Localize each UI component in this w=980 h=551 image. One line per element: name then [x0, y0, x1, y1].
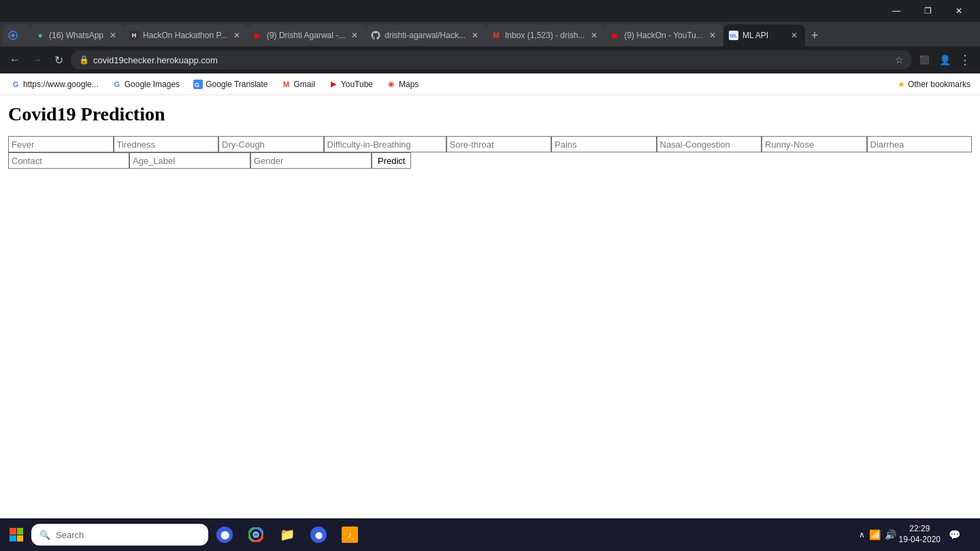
- tab-whatsapp-label: (16) WhatsApp: [49, 31, 103, 40]
- bookmarks-right: ★ Other bookmarks: [894, 77, 975, 92]
- tab-hackathon1[interactable]: H HackOn Hackathon P... ✕: [124, 24, 248, 46]
- win-quad-2: [17, 528, 24, 535]
- svg-text:G: G: [195, 82, 199, 88]
- tab-gmail-favicon: M: [491, 31, 501, 40]
- windows-icon: [10, 528, 23, 541]
- bookmark-google[interactable]: G https://www.google...: [5, 77, 104, 92]
- taskbar-cortana[interactable]: ⬤: [210, 521, 240, 548]
- pains-input[interactable]: [551, 136, 657, 152]
- taskbar-search-placeholder: Search: [56, 530, 84, 540]
- tab-whatsapp-close[interactable]: ✕: [108, 30, 118, 41]
- taskbar: 🔍 Search ⬤ 📁: [0, 518, 980, 551]
- tab-hackathon1-label: HackOn Hackathon P...: [143, 31, 227, 40]
- taskbar-chrome[interactable]: [241, 521, 271, 548]
- tab-github-label: drishti-agarwal/Hack...: [385, 31, 466, 40]
- close-button[interactable]: ✕: [943, 0, 975, 22]
- diarrhea-input[interactable]: [867, 136, 973, 152]
- other-bookmarks[interactable]: ★ Other bookmarks: [894, 77, 975, 92]
- bookmark-translate-favicon: G: [193, 80, 203, 89]
- tab-drishti[interactable]: ▶ (9) Drishti Agarwal -... ✕: [248, 24, 365, 46]
- tab-drishti-close[interactable]: ✕: [349, 30, 360, 41]
- bookmark-translate[interactable]: G Google Translate: [188, 77, 273, 92]
- clock-time: 22:29: [909, 524, 930, 535]
- predict-button[interactable]: Predict: [372, 152, 411, 169]
- taskbar-files[interactable]: 📁: [272, 521, 302, 548]
- menu-button[interactable]: ⋮: [956, 50, 975, 69]
- notification-button[interactable]: 💬: [943, 524, 965, 546]
- back-button[interactable]: ←: [5, 50, 24, 69]
- bookmark-translate-label: Google Translate: [206, 80, 267, 89]
- bookmark-images-favicon: G: [112, 80, 122, 89]
- forward-button[interactable]: →: [27, 50, 46, 69]
- tab-hackathon-youtube-close[interactable]: ✕: [707, 30, 718, 41]
- new-tab-button[interactable]: +: [805, 26, 824, 45]
- network-icon[interactable]: 📶: [869, 529, 881, 540]
- tab-whatsapp[interactable]: ● (16) WhatsApp ✕: [30, 24, 124, 46]
- maximize-button[interactable]: ❐: [912, 0, 943, 22]
- form-row-2: Predict: [8, 152, 972, 169]
- form-row-1: [8, 136, 972, 152]
- nasal-congestion-input[interactable]: [657, 136, 762, 152]
- lock-icon: 🔒: [79, 55, 89, 65]
- page-content: Covid19 Prediction Predict: [0, 95, 980, 518]
- tab-whatsapp-favicon: ●: [35, 31, 45, 40]
- bookmark-youtube-label: YouTube: [341, 80, 373, 89]
- bookmark-maps[interactable]: ◉ Maps: [381, 77, 424, 92]
- tab-mlapi-label: ML API: [742, 31, 785, 40]
- bookmark-youtube[interactable]: ▶ YouTube: [323, 77, 378, 92]
- bookmark-google-favicon: G: [11, 80, 20, 89]
- tab-github-close[interactable]: ✕: [470, 30, 480, 41]
- bookmark-gmail[interactable]: M Gmail: [276, 77, 321, 92]
- show-hidden-icons-button[interactable]: ∧: [859, 530, 865, 539]
- other-bookmarks-label: Other bookmarks: [908, 80, 970, 89]
- show-desktop-button[interactable]: [968, 518, 972, 551]
- tab-chrome[interactable]: [3, 24, 30, 46]
- tab-mlapi-close[interactable]: ✕: [789, 30, 800, 41]
- nav-bar: ← → ↻ 🔒 covid19checker.herokuapp.com ☆ ⬛…: [0, 46, 980, 73]
- age-label-input[interactable]: [129, 152, 250, 169]
- clock[interactable]: 22:29 19-04-2020: [899, 524, 941, 545]
- tab-github[interactable]: drishti-agarwal/Hack... ✕: [365, 24, 486, 46]
- tab-github-favicon: [371, 31, 380, 40]
- profile-button[interactable]: 👤: [935, 50, 954, 69]
- reload-button[interactable]: ↻: [49, 50, 68, 69]
- tab-chrome-favicon: [8, 31, 18, 40]
- files-icon: 📁: [279, 527, 295, 543]
- fever-input[interactable]: [8, 136, 114, 152]
- dry-cough-input[interactable]: [218, 136, 324, 152]
- bookmark-google-label: https://www.google...: [23, 80, 99, 89]
- win-quad-3: [10, 535, 16, 542]
- tab-mlapi-favicon: ML: [729, 31, 738, 40]
- sore-throat-input[interactable]: [446, 136, 552, 152]
- search-icon: 🔍: [39, 530, 50, 540]
- runny-nose-input[interactable]: [762, 136, 867, 152]
- tab-hackathon1-favicon: H: [129, 31, 139, 40]
- cortana-icon: ⬤: [216, 527, 233, 543]
- tab-hackathon-youtube[interactable]: ▶ (9) HackOn - YouTu... ✕: [605, 24, 723, 46]
- window-controls: — ❐ ✕: [881, 0, 975, 22]
- address-bar[interactable]: 🔒 covid19checker.herokuapp.com ☆: [71, 50, 912, 69]
- tiredness-input[interactable]: [114, 136, 219, 152]
- win-quad-4: [17, 535, 24, 542]
- other-bookmarks-star-icon: ★: [898, 80, 905, 89]
- taskbar-amazon-music[interactable]: ♪: [335, 521, 365, 548]
- contact-input[interactable]: [8, 152, 129, 169]
- clock-date: 19-04-2020: [899, 535, 941, 546]
- minimize-button[interactable]: —: [881, 0, 912, 22]
- volume-icon[interactable]: 🔊: [885, 529, 896, 540]
- star-icon[interactable]: ☆: [895, 54, 904, 65]
- tabs-bar: ● (16) WhatsApp ✕ H HackOn Hackathon P..…: [0, 22, 980, 46]
- bookmark-images[interactable]: G Google Images: [107, 77, 185, 92]
- tab-hackathon1-close[interactable]: ✕: [231, 30, 242, 41]
- extensions-button[interactable]: ⬛: [915, 50, 934, 69]
- gender-input[interactable]: [250, 152, 372, 169]
- start-button[interactable]: [3, 521, 30, 548]
- tab-gmail-close[interactable]: ✕: [589, 30, 600, 41]
- difficulty-breathing-input[interactable]: [324, 136, 446, 152]
- tab-mlapi[interactable]: ML ML API ✕: [723, 24, 805, 46]
- bookmark-maps-favicon: ◉: [387, 80, 396, 89]
- taskbar-app3[interactable]: ⬤: [304, 521, 333, 548]
- tab-gmail[interactable]: M Inbox (1,523) - drish... ✕: [486, 24, 605, 46]
- taskbar-search[interactable]: 🔍 Search: [31, 524, 208, 546]
- tab-drishti-favicon: ▶: [253, 31, 263, 40]
